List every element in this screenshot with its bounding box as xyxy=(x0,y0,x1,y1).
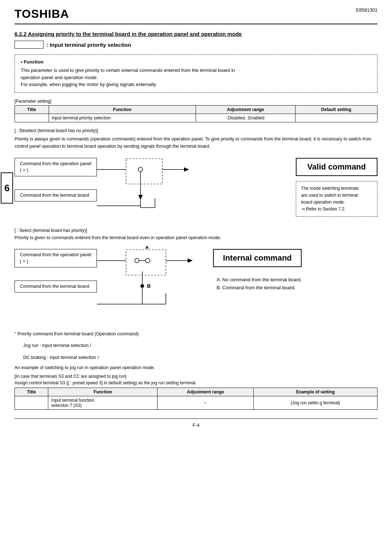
toshiba-logo: TOSHIBA xyxy=(15,7,69,21)
ab-notes: A: No command from the terminal board. B… xyxy=(213,276,302,292)
table-row: Input terminal function selection 7 (S3)… xyxy=(15,396,377,410)
svg-rect-12 xyxy=(126,250,166,275)
svg-text:A: A xyxy=(145,246,149,250)
col-default: Default setting xyxy=(295,105,377,114)
note-line-3: board operation mode. xyxy=(301,199,372,206)
section-title: 6.2.2 Assigning priority to the terminal… xyxy=(15,30,377,38)
page-header: TOSHIBA E6581301 xyxy=(15,7,377,24)
internal-command-box: Internal command xyxy=(213,249,302,267)
assign-label: Assign control terminal S3 ([ : preset s… xyxy=(15,380,377,385)
ex-cell-title xyxy=(15,396,48,410)
valid-command-box: Valid command xyxy=(296,158,377,176)
note-line-2: are used to switch to terminal xyxy=(301,192,372,199)
table-row: Input terminal priority selection :Disab… xyxy=(15,114,377,122)
cmd-panel-box-2: Command from the operation panel ( = ) xyxy=(15,249,97,268)
note-b: B: Command from the terminal board. xyxy=(217,284,302,292)
ex-cell-example: (Jog run settin g terminal) xyxy=(254,396,377,410)
ex-col-title: Title xyxy=(15,388,48,396)
function-line-2: operation panel and operation mode. xyxy=(21,74,371,81)
in-case-label: [In case that terminals S3 and CC are as… xyxy=(15,374,377,379)
doc-number: E6581301 xyxy=(356,7,377,13)
svg-point-13 xyxy=(135,258,139,263)
cell-title-1 xyxy=(15,114,49,122)
note-a: A: No command from the terminal board. xyxy=(217,276,302,284)
cell-adj-1: :Disabled, :Enabled xyxy=(196,114,295,122)
diagram2-wrapper: Command from the operation panel ( = ) C… xyxy=(15,246,377,323)
subtitle-box xyxy=(15,41,44,49)
svg-point-20 xyxy=(140,284,144,288)
ex-cell-function: Input terminal function selection 7 (S3) xyxy=(48,396,158,410)
select-description: Priority is given to commands entered fr… xyxy=(15,235,377,240)
function-line-1: This parameter is used to give priority … xyxy=(21,67,371,74)
cell-default-1 xyxy=(295,114,377,122)
col-adj-range: Adjustment range xyxy=(196,105,295,114)
ex-col-function: Function xyxy=(48,388,158,396)
jog-run-line: Jog run : input terminal selection / xyxy=(15,342,377,350)
svg-point-2 xyxy=(138,167,143,172)
deselect-description: Priority is always given to commands (op… xyxy=(15,135,377,150)
diagram1-wrapper: 6 Command from the operation panel ( = )… xyxy=(15,155,377,221)
select-label: [ : Select (terminal board has priority)… xyxy=(15,228,377,233)
example-table: Title Function Adjustment range Example … xyxy=(15,388,377,410)
dc-braking-line: DC braking : input terminal selection / xyxy=(15,353,377,362)
col-function: Function xyxy=(49,105,196,114)
cell-function-1: Input terminal priority selection xyxy=(49,114,196,122)
ex-col-example: Example of setting xyxy=(254,388,377,396)
jog-example-text: An example of switching to jog run in op… xyxy=(15,365,377,370)
deselect-label: [ : Deselect (terminal board has no prio… xyxy=(15,128,377,133)
priority-intro: " Priority command from terminal board (… xyxy=(15,330,377,338)
svg-text:B: B xyxy=(147,283,151,289)
page-footer: F-4 xyxy=(15,418,377,428)
note-line-4: ⇒ Refer to Section 7.2. xyxy=(301,206,372,213)
ex-col-adj: Adjustment range xyxy=(158,388,254,396)
function-line-3: For example, when jogging the motor by g… xyxy=(21,81,371,88)
cmd-panel-box-1: Command from the operation panel ( = ) xyxy=(15,158,97,177)
function-title: • Function xyxy=(21,59,371,65)
param-label: [Parameter setting] xyxy=(15,99,377,104)
svg-marker-17 xyxy=(188,258,193,263)
param-table: Title Function Adjustment range Default … xyxy=(15,105,377,122)
subtitle-text: : Input terminal priority selection xyxy=(46,42,131,48)
function-box: • Function This parameter is used to giv… xyxy=(15,54,377,93)
priority-section: " Priority command from terminal board (… xyxy=(15,330,377,362)
cmd-terminal-box-2: Command from the terminal board xyxy=(15,281,97,293)
subtitle-row: : Input terminal priority selection xyxy=(15,41,377,49)
ex-cell-adj: ~ xyxy=(158,396,254,410)
svg-rect-1 xyxy=(126,159,162,184)
page-container: TOSHIBA E6581301 6.2.2 Assigning priorit… xyxy=(0,0,392,556)
diagram1-svg xyxy=(97,155,213,220)
col-title: Title xyxy=(15,105,49,114)
svg-marker-6 xyxy=(138,195,143,200)
diagram2-svg: A B xyxy=(97,246,213,322)
svg-marker-4 xyxy=(184,167,189,172)
svg-point-14 xyxy=(146,258,150,263)
diagram1-note: The mode switching terminals are used to… xyxy=(296,181,377,217)
cmd-terminal-box-1: Command from the terminal board xyxy=(15,189,97,201)
sidebar-number: 6 xyxy=(1,172,13,204)
note-line-1: The mode switching terminals xyxy=(301,185,372,192)
